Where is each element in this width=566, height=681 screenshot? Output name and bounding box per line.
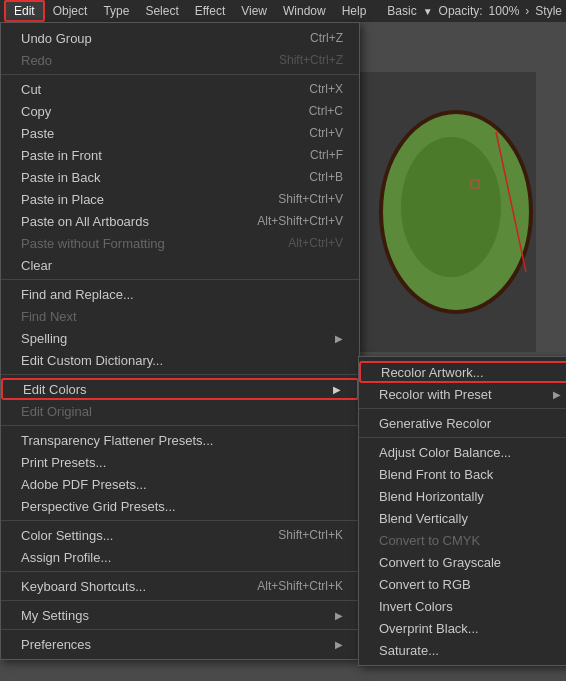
svg-point-7 xyxy=(401,137,501,277)
submenu-item-convert-to-cmyk[interactable]: Convert to CMYK xyxy=(359,529,566,551)
separator-3 xyxy=(1,374,359,375)
separator-4 xyxy=(1,425,359,426)
submenu-item-generative-recolor[interactable]: Generative Recolor xyxy=(359,412,566,434)
menu-item-redo[interactable]: Redo Shift+Ctrl+Z xyxy=(1,49,359,71)
menu-item-edit-custom-dictionary[interactable]: Edit Custom Dictionary... xyxy=(1,349,359,371)
menubar: Edit Object Type Select Effect View Wind… xyxy=(0,0,566,22)
menubar-item-edit[interactable]: Edit xyxy=(4,0,45,22)
separator-7 xyxy=(1,600,359,601)
separator-6 xyxy=(1,571,359,572)
separator-5 xyxy=(1,520,359,521)
menubar-item-effect[interactable]: Effect xyxy=(187,0,233,22)
dropdown-arrow-style: ▼ xyxy=(423,6,433,17)
menu-item-perspective-grid-presets[interactable]: Perspective Grid Presets... xyxy=(1,495,359,517)
submenu-item-invert-colors[interactable]: Invert Colors xyxy=(359,595,566,617)
opacity-label: Opacity: xyxy=(439,4,483,18)
menu-item-paste-in-front[interactable]: Paste in Front Ctrl+F xyxy=(1,144,359,166)
separator-8 xyxy=(1,629,359,630)
submenu-item-blend-vertically[interactable]: Blend Vertically xyxy=(359,507,566,529)
submenu-separator-2 xyxy=(359,437,566,438)
menu-item-find-replace[interactable]: Find and Replace... xyxy=(1,283,359,305)
submenu-item-convert-to-rgb[interactable]: Convert to RGB xyxy=(359,573,566,595)
submenu-item-blend-horizontally[interactable]: Blend Horizontally xyxy=(359,485,566,507)
menu-item-paste[interactable]: Paste Ctrl+V xyxy=(1,122,359,144)
menubar-item-select[interactable]: Select xyxy=(137,0,186,22)
menu-item-adobe-pdf-presets[interactable]: Adobe PDF Presets... xyxy=(1,473,359,495)
menu-item-my-settings[interactable]: My Settings ▶ xyxy=(1,604,359,626)
submenu-separator-1 xyxy=(359,408,566,409)
menu-item-assign-profile[interactable]: Assign Profile... xyxy=(1,546,359,568)
style-label: Basic xyxy=(387,4,416,18)
style-text: Style xyxy=(535,4,562,18)
submenu-item-recolor-artwork[interactable]: Recolor Artwork... xyxy=(359,361,566,383)
opacity-value: 100% xyxy=(489,4,520,18)
artwork-canvas xyxy=(356,72,536,352)
menu-item-spelling[interactable]: Spelling ▶ xyxy=(1,327,359,349)
edit-dropdown-menu: Undo Group Ctrl+Z Redo Shift+Ctrl+Z Cut … xyxy=(0,22,360,660)
menu-item-paste-all-artboards[interactable]: Paste on All Artboards Alt+Shift+Ctrl+V xyxy=(1,210,359,232)
menu-item-preferences[interactable]: Preferences ▶ xyxy=(1,633,359,655)
submenu-item-overprint-black[interactable]: Overprint Black... xyxy=(359,617,566,639)
submenu-item-convert-to-grayscale[interactable]: Convert to Grayscale xyxy=(359,551,566,573)
menu-item-transparency-flattener[interactable]: Transparency Flattener Presets... xyxy=(1,429,359,451)
separator-2 xyxy=(1,279,359,280)
menu-item-edit-original[interactable]: Edit Original xyxy=(1,400,359,422)
submenu-item-saturate[interactable]: Saturate... xyxy=(359,639,566,661)
menu-item-color-settings[interactable]: Color Settings... Shift+Ctrl+K xyxy=(1,524,359,546)
menubar-item-help[interactable]: Help xyxy=(334,0,375,22)
menu-item-paste-without-formatting[interactable]: Paste without Formatting Alt+Ctrl+V xyxy=(1,232,359,254)
menubar-item-object[interactable]: Object xyxy=(45,0,96,22)
menu-item-cut[interactable]: Cut Ctrl+X xyxy=(1,78,359,100)
menu-item-paste-in-back[interactable]: Paste in Back Ctrl+B xyxy=(1,166,359,188)
menu-item-paste-in-place[interactable]: Paste in Place Shift+Ctrl+V xyxy=(1,188,359,210)
menu-item-copy[interactable]: Copy Ctrl+C xyxy=(1,100,359,122)
separator-1 xyxy=(1,74,359,75)
menu-item-keyboard-shortcuts[interactable]: Keyboard Shortcuts... Alt+Shift+Ctrl+K xyxy=(1,575,359,597)
menu-item-edit-colors[interactable]: Edit Colors ▶ xyxy=(1,378,359,400)
edit-colors-submenu: Recolor Artwork... Recolor with Preset ▶… xyxy=(358,356,566,666)
submenu-item-adjust-color-balance[interactable]: Adjust Color Balance... xyxy=(359,441,566,463)
menubar-item-window[interactable]: Window xyxy=(275,0,334,22)
next-arrow: › xyxy=(525,4,529,18)
menu-item-print-presets[interactable]: Print Presets... xyxy=(1,451,359,473)
menubar-item-type[interactable]: Type xyxy=(95,0,137,22)
menubar-item-view[interactable]: View xyxy=(233,0,275,22)
menu-item-find-next[interactable]: Find Next xyxy=(1,305,359,327)
menu-item-undo-group[interactable]: Undo Group Ctrl+Z xyxy=(1,27,359,49)
menu-item-clear[interactable]: Clear xyxy=(1,254,359,276)
submenu-item-recolor-with-preset[interactable]: Recolor with Preset ▶ xyxy=(359,383,566,405)
submenu-item-blend-front-to-back[interactable]: Blend Front to Back xyxy=(359,463,566,485)
